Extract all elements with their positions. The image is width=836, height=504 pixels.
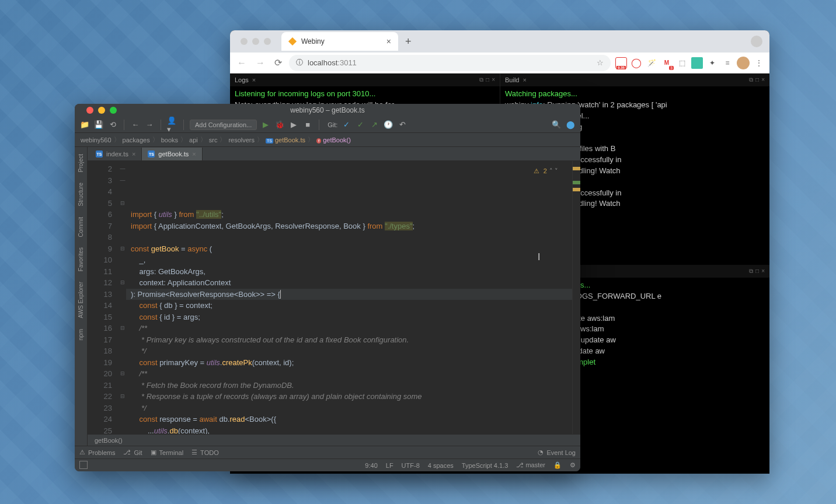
close-dot[interactable] [86,107,93,114]
run-icon[interactable]: ▶ [260,120,271,130]
breadcrumb-item[interactable]: resolvers [228,136,255,144]
minimize-dot[interactable] [252,38,259,45]
breadcrumb-item[interactable]: webiny560 [81,136,112,144]
ide-window: webiny560 – getBook.ts 📁 💾 ⟲ ← → 👤▾ Add … [75,104,580,471]
sync-icon[interactable]: ⟲ [107,120,118,130]
git-branch[interactable]: ⎇ master [516,461,545,469]
git-commit-icon[interactable]: ✓ [355,120,365,130]
forward-icon[interactable]: → [144,120,155,130]
webiny-favicon [288,37,297,46]
settings-icon[interactable]: ⚙ [570,461,576,469]
close-icon[interactable]: × [252,76,256,83]
back-icon[interactable]: ← [130,120,141,130]
close-icon[interactable]: × [132,150,135,158]
chrome-menu-icon[interactable]: ⋮ [753,57,765,69]
breadcrumb-item[interactable]: books [161,136,178,144]
tab-title: Webiny [301,37,325,46]
code-editor[interactable]: 2345678910111213141516171819202122232425… [88,161,580,434]
breadcrumb[interactable]: webiny560〉packages〉books〉api〉src〉resolve… [75,133,580,147]
git-push-icon[interactable]: ↗ [369,120,379,130]
panel-controls[interactable]: ⧉□× [479,76,495,83]
extensions-button[interactable]: ✦ [706,57,718,69]
tool-window-toggle[interactable] [79,461,88,469]
debug-icon[interactable]: 🐞 [274,120,285,130]
todo-tool[interactable]: ☰ TODO [191,449,219,456]
new-tab-button[interactable]: + [405,36,412,48]
window-controls[interactable] [235,38,277,45]
gmail-icon[interactable] [661,57,673,69]
close-tab-icon[interactable]: × [386,37,391,46]
stop-icon[interactable]: ■ [302,120,313,130]
logs-tab-label: Logs [235,76,249,83]
search-icon[interactable]: 🔍 [551,120,562,130]
line-gutter[interactable]: 2345678910111213141516171819202122232425 [88,161,119,434]
file-tab[interactable]: TSgetBook.ts× [142,148,202,160]
breadcrumb-function[interactable]: fgetBook() [316,136,351,144]
file-tab[interactable]: TSindex.ts× [90,148,142,160]
error-stripe[interactable] [572,161,580,434]
forward-button[interactable]: → [253,58,267,68]
language-version[interactable]: TypeScript 4.1.3 [462,462,508,469]
line-ending[interactable]: LF [386,462,393,469]
window-controls[interactable] [81,107,123,114]
breadcrumb-item[interactable]: packages [123,136,150,144]
minimize-dot[interactable] [98,107,105,114]
close-dot[interactable] [241,38,248,45]
open-icon[interactable]: 📁 [79,120,90,130]
git-rollback-icon[interactable]: ↶ [397,120,407,130]
cursor-position[interactable]: 9:40 [365,462,377,469]
close-icon[interactable]: × [522,76,526,83]
panel-controls[interactable]: ⧉□× [749,268,765,275]
fold-column[interactable]: ——⊟⊟⊟⊟⊟⊟ [119,161,126,434]
typescript-icon: TS [96,150,103,158]
inspection-badge[interactable]: ⚠ 2 ˄ ˅ [534,166,558,177]
git-tool[interactable]: ⎇ Git [123,449,142,456]
user-icon[interactable]: 👤▾ [167,120,177,130]
ide-settings-icon[interactable]: ⬤ [565,120,576,130]
git-update-icon[interactable]: ✓ [341,120,351,130]
reload-button[interactable]: ⟳ [272,57,284,68]
code-body[interactable]: import { utils } from "../utils";import … [126,161,572,434]
side-tool-project[interactable]: Project [76,149,85,177]
tab-search-button[interactable] [751,36,762,47]
left-tool-stripe: ProjectStructureCommitFavoritesAWS Explo… [75,147,88,446]
terminal-tool[interactable]: ▣ Terminal [151,449,184,456]
panel-controls[interactable]: ⧉□× [749,76,765,83]
site-info-icon[interactable]: ⓘ [296,58,303,68]
save-icon[interactable]: 💾 [93,120,104,130]
logs-tab[interactable]: Logs × [235,76,256,83]
address-bar[interactable]: ⓘ localhost:3011 ☆ [289,55,611,71]
maximize-dot[interactable] [110,107,117,114]
breadcrumb-item[interactable]: src [209,136,218,144]
lock-icon[interactable]: 🔒 [553,461,562,469]
side-tool-favorites[interactable]: Favorites [76,243,85,276]
indent-info[interactable]: 4 spaces [428,462,454,469]
browser-tab[interactable]: Webiny × [281,32,398,51]
side-tool-commit[interactable]: Commit [76,212,85,242]
build-tab[interactable]: Build × [505,76,527,83]
extension-icon[interactable]: ⬚ [676,57,688,69]
profile-avatar[interactable] [737,57,750,69]
maximize-dot[interactable] [264,38,271,45]
git-history-icon[interactable]: 🕐 [383,120,393,130]
breadcrumb-item[interactable]: api [189,136,198,144]
coverage-icon[interactable]: ▶ [288,120,299,130]
lastpass-icon[interactable]: 0.35 [615,57,627,69]
back-button[interactable]: ← [235,58,249,68]
side-tool-structure[interactable]: Structure [76,178,85,211]
side-tool-aws-explorer[interactable]: AWS Explorer [76,277,85,323]
adblock-icon[interactable]: ◯ [631,57,642,69]
run-config-dropdown[interactable]: Add Configuration... [190,120,257,130]
problems-tool[interactable]: ⚠ Problems [79,449,115,456]
ublock-icon[interactable] [691,57,703,69]
wand-icon[interactable]: 🪄 [646,57,657,69]
bookmark-icon[interactable]: ☆ [597,58,604,67]
close-icon[interactable]: × [192,150,196,158]
reading-list-icon[interactable]: ≡ [722,57,733,69]
ide-titlebar[interactable]: webiny560 – getBook.ts [75,104,580,117]
typescript-icon: TS [148,150,155,158]
breadcrumb-file[interactable]: TSgetBook.ts [266,136,305,144]
event-log-tool[interactable]: ◔ Event Log [538,449,576,456]
file-encoding[interactable]: UTF-8 [402,462,420,469]
side-tool-npm[interactable]: npm [76,324,85,345]
